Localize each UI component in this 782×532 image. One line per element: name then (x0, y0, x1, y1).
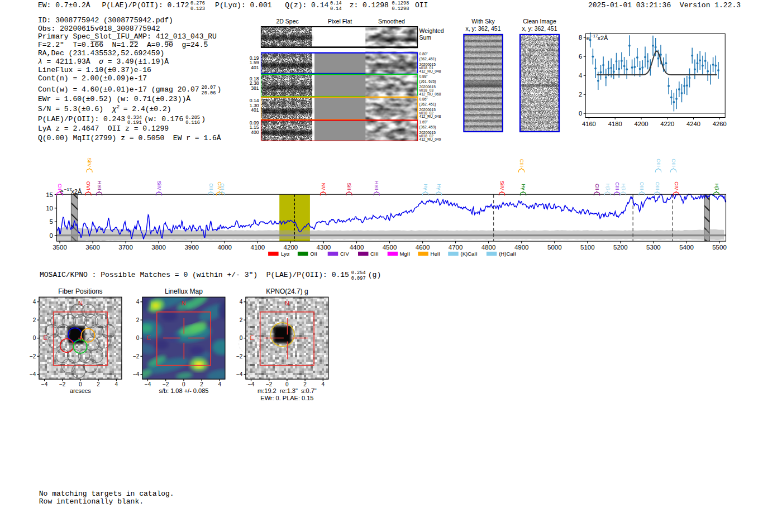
svg-text:3700: 3700 (118, 244, 133, 251)
svg-text:4000: 4000 (217, 244, 232, 251)
svg-text:4: 4 (136, 299, 140, 305)
svg-text:OII: OII (208, 183, 214, 190)
svg-text:P(LAE)/P(OII): 0.243: P(LAE)/P(OII): 0.243 (38, 115, 125, 123)
svg-text:E: E (146, 334, 150, 341)
svg-text:OIII: OIII (655, 182, 660, 190)
svg-text:OVI: OVI (85, 181, 91, 190)
svg-text:5100: 5100 (580, 244, 595, 251)
svg-text:(362, 459): (362, 459) (419, 125, 436, 130)
svg-text:0.334: 0.334 (127, 115, 142, 121)
svg-text:−2: −2 (163, 381, 169, 387)
svg-text:0.285: 0.285 (185, 115, 200, 121)
svg-text:4200: 4200 (635, 121, 649, 127)
svg-text:E: E (250, 334, 254, 341)
svg-text:e: e (586, 35, 590, 41)
svg-text:No matching targets in catalog: No matching targets in catalog. (39, 490, 174, 498)
svg-text:0.80": 0.80" (419, 52, 428, 56)
svg-text:(362, 451): (362, 451) (419, 57, 436, 61)
svg-text:412_RU_068: 412_RU_068 (419, 92, 441, 97)
svg-text:OII: OII (220, 183, 225, 190)
svg-text:0.191: 0.191 (127, 120, 142, 126)
svg-text:0.88": 0.88" (419, 74, 428, 78)
svg-text:CIII: CIII (519, 159, 524, 167)
svg-text:412_RU_048: 412_RU_048 (419, 114, 441, 119)
svg-text:P(LAE)/P(OII): 0.172: P(LAE)/P(OII): 0.172 (102, 1, 189, 9)
svg-text:0.86": 0.86" (419, 97, 428, 101)
svg-text:EWr = 1.60(±0.52) (w: 0.71(±0.: EWr = 1.60(±0.52) (w: 0.71(±0.23))Å (38, 95, 190, 103)
svg-text:CII: CII (594, 184, 600, 190)
svg-text:2: 2 (97, 381, 100, 387)
svg-text:EW: 0.7±0.2Å: EW: 0.7±0.2Å (38, 1, 90, 9)
svg-text:HeII: HeII (374, 181, 379, 190)
svg-text:MgII: MgII (400, 251, 410, 257)
svg-text:4700: 4700 (449, 244, 463, 251)
svg-text:x, y: 362, 451: x, y: 362, 451 (522, 25, 557, 32)
svg-text:−4: −4 (30, 371, 36, 377)
svg-text:Hβ: Hβ (605, 184, 611, 190)
svg-text:E: E (43, 334, 47, 341)
svg-text:Clean Image: Clean Image (523, 18, 556, 25)
svg-text:0.097: 0.097 (351, 276, 366, 281)
svg-text:x, y: 362, 451: x, y: 362, 451 (465, 25, 500, 32)
svg-text:(362, 451): (362, 451) (419, 102, 436, 107)
svg-text:381: 381 (251, 85, 259, 91)
svg-text:4100: 4100 (251, 244, 265, 251)
svg-text:3600: 3600 (85, 244, 100, 251)
svg-text:−4: −4 (41, 381, 48, 387)
svg-text:SiII: SiII (346, 183, 352, 190)
svg-text:(w: 0.176: (w: 0.176 (144, 115, 183, 123)
svg-text:): ) (217, 85, 222, 94)
svg-text:0.14: 0.14 (330, 6, 342, 12)
svg-text:CIII: CIII (370, 251, 379, 257)
svg-text:z: 0.1298: z: 0.1298 (350, 1, 389, 9)
svg-text:): ) (201, 115, 206, 123)
svg-text:S/N = 5.3(±0.6) χ: S/N = 5.3(±0.6) χ (38, 105, 117, 113)
svg-text:−2: −2 (59, 381, 66, 387)
svg-text:0: 0 (79, 381, 82, 387)
svg-text:3500: 3500 (53, 244, 67, 251)
svg-text:4400: 4400 (350, 244, 364, 251)
svg-text:CIV: CIV (340, 251, 350, 257)
svg-text:NV: NV (321, 183, 326, 191)
svg-text:4800: 4800 (481, 244, 496, 251)
svg-text:−4: −4 (145, 381, 151, 387)
svg-text:6: 6 (579, 53, 582, 60)
svg-text:CII: CII (57, 184, 63, 190)
svg-text:2: 2 (33, 317, 36, 323)
svg-text:4: 4 (115, 381, 118, 387)
svg-text:5200: 5200 (613, 244, 628, 251)
svg-text:412_RU_048: 412_RU_048 (419, 69, 441, 74)
svg-text:P(Lyα): 0.001: P(Lyα): 0.001 (215, 1, 272, 9)
svg-text:m:19.2 re:1.3" s:0.7": m:19.2 re:1.3" s:0.7" (258, 387, 317, 394)
svg-text:SiIV: SiIV (156, 181, 162, 191)
svg-text:2: 2 (136, 317, 140, 323)
svg-text:F=2.2" T=0.166 N=1.22 A=0.9: F=2.2" T=0.166 N=1.22 A=0.90 g=24.5 (38, 41, 208, 49)
svg-text:−2: −2 (236, 353, 243, 360)
svg-text:x2Å: x2Å (598, 35, 609, 41)
svg-text:EWr: 0. PLAE: 0.15: EWr: 0. PLAE: 0.15 (260, 395, 313, 401)
svg-text:0: 0 (579, 110, 582, 117)
svg-text:SiIV: SiIV (499, 181, 505, 191)
svg-text:Hγ: Hγ (423, 184, 428, 190)
svg-text:Obs: 20200615v018_3008775942: Obs: 20200615v018_3008775942 (38, 25, 160, 33)
svg-text:OII: OII (415, 1, 428, 9)
svg-text:3900: 3900 (184, 244, 199, 251)
svg-text:4200: 4200 (284, 244, 298, 251)
svg-text:HeII: HeII (97, 181, 102, 190)
svg-text:N: N (285, 300, 289, 306)
svg-text:0: 0 (182, 381, 185, 387)
svg-text:Q(0.00) MqII(2799) z = 0.5050: Q(0.00) MqII(2799) z = 0.5050 EW r = 1.6… (38, 134, 221, 142)
svg-text:401: 401 (251, 65, 259, 70)
svg-text:4500: 4500 (383, 244, 397, 251)
svg-text:8: 8 (579, 34, 582, 41)
svg-text:4600: 4600 (416, 244, 430, 251)
svg-text:4: 4 (322, 381, 325, 387)
svg-text:4: 4 (218, 381, 222, 387)
svg-text:x2Å: x2Å (71, 188, 82, 195)
svg-text:Lyα: Lyα (281, 251, 290, 257)
svg-text:4: 4 (579, 72, 582, 79)
svg-text:Q(z): 0.14: Q(z): 0.14 (285, 1, 328, 9)
svg-text:Primary Spec_Slot_IFU_AMP: 412: Primary Spec_Slot_IFU_AMP: 412_013_043_R… (38, 32, 217, 41)
svg-text:OIII: OIII (639, 182, 645, 190)
svg-text:Cont(w) = 4.60(±0.01)e-17 (gma: Cont(w) = 4.60(±0.01)e-17 (gmag 20.07 (38, 85, 199, 94)
